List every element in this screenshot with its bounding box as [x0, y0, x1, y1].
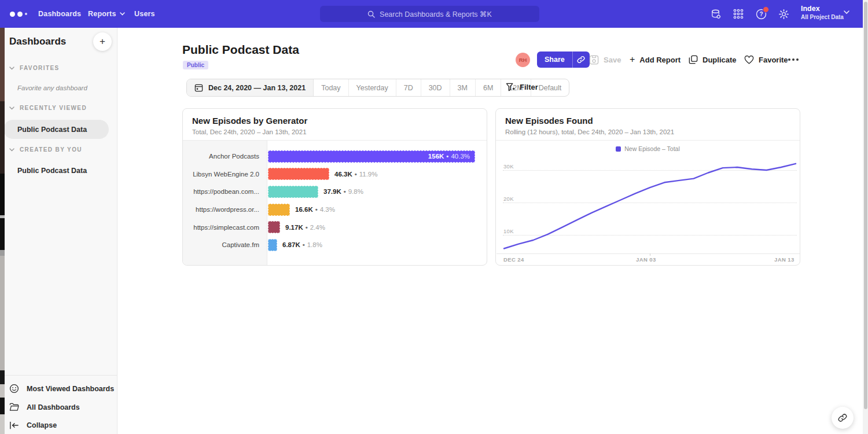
search-input[interactable]: Search Dashboards & Reports ⌘K: [320, 6, 539, 22]
nav-dashboards[interactable]: Dashboards: [38, 0, 81, 28]
project-scope: All Project Data: [801, 13, 844, 21]
x-tick-jan13: JAN 13: [774, 256, 795, 263]
bar-row: Libsyn WebEngine 2.046.3K•11.9%: [183, 165, 487, 183]
sidebar: Dashboards + FAVORITES Favorite any dash…: [5, 28, 117, 434]
bar-value-label: 16.6K•4.3%: [295, 201, 335, 219]
most-viewed-dashboards-button[interactable]: Most Viewed Dashboards: [9, 384, 114, 393]
sidebar-item-created-dashboard[interactable]: Public Podcast Data: [17, 167, 87, 175]
favorite-button[interactable]: Favorite: [744, 52, 788, 68]
project-name: Index: [801, 4, 844, 13]
plus-icon: +: [100, 36, 105, 47]
filter-label: Filter: [520, 83, 538, 91]
bar-category-label: Captivate.fm: [183, 236, 259, 254]
collapse-icon: [9, 421, 19, 429]
window-edge-artifact: [0, 28, 5, 434]
apps-grid-icon[interactable]: [732, 8, 745, 20]
search-placeholder: Search Dashboards & Reports ⌘K: [380, 10, 492, 19]
preset-3m[interactable]: 3M: [450, 79, 476, 96]
legend-label: New Episode – Total: [624, 145, 680, 152]
collapse-sidebar-button[interactable]: Collapse: [9, 421, 57, 429]
project-switcher[interactable]: Index All Project Data: [801, 4, 844, 21]
help-icon[interactable]: ?: [755, 8, 767, 20]
add-report-button[interactable]: + Add Report: [630, 52, 681, 68]
date-range-button[interactable]: Dec 24, 2020 — Jan 13, 2021: [187, 79, 314, 96]
favorites-empty-hint: Favorite any dashboard: [17, 84, 87, 91]
line-chart-subtitle: Rolling (12 hours), total, Dec 24th, 202…: [505, 128, 674, 135]
add-dashboard-button[interactable]: +: [93, 32, 112, 51]
bar-category-label: https://podbean.com...: [183, 183, 259, 201]
all-dashboards-button[interactable]: All Dashboards: [9, 403, 80, 411]
preset-7d[interactable]: 7D: [396, 79, 421, 96]
x-axis-tick: [650, 253, 650, 256]
bar-chart-card: New Episodes by Generator Total, Dec 24t…: [182, 108, 487, 266]
save-icon: [589, 55, 599, 65]
preset-6m[interactable]: 6M: [476, 79, 501, 96]
section-recently-viewed[interactable]: RECENTLY VIEWED: [9, 105, 87, 111]
chevron-down-icon: [9, 67, 14, 70]
bar-segment[interactable]: [268, 186, 318, 198]
save-label: Save: [604, 56, 621, 64]
avatar[interactable]: RH: [516, 53, 530, 67]
bar-category-label: Anchor Podcasts: [183, 148, 259, 165]
share-button[interactable]: Share: [537, 52, 590, 68]
line-series[interactable]: [503, 157, 797, 253]
more-options-button[interactable]: [788, 52, 799, 68]
share-button-label[interactable]: Share: [537, 52, 572, 68]
bar-row: https://simplecast.com9.17K•2.4%: [183, 218, 487, 236]
copy-link-floating-button[interactable]: [832, 407, 854, 429]
link-icon: [838, 413, 847, 422]
settings-gear-icon[interactable]: [777, 8, 790, 20]
x-tick-dec24: DEC 24: [503, 256, 524, 263]
chevron-down-icon: [120, 12, 125, 16]
nav-reports-label: Reports: [88, 10, 116, 18]
chevron-down-icon: [9, 106, 14, 110]
bar-value-label: 156K•40.3%: [428, 148, 470, 165]
bar-row: Anchor Podcasts156K•40.3%: [183, 148, 487, 165]
nav-dashboards-label: Dashboards: [38, 10, 81, 18]
bar-row: Captivate.fm6.87K•1.8%: [183, 236, 487, 254]
section-created-by-you[interactable]: CREATED BY YOU: [9, 146, 82, 153]
bar-value-label: 9.17K•2.4%: [285, 218, 325, 236]
bar-value-label: 46.3K•11.9%: [334, 165, 377, 183]
share-link-button[interactable]: [572, 52, 590, 68]
save-button[interactable]: Save: [589, 52, 621, 68]
smiley-icon: [9, 384, 19, 393]
nav-users-label: Users: [134, 10, 155, 18]
link-icon: [577, 56, 585, 64]
x-axis-line: [496, 253, 800, 254]
most-viewed-dashboards-label: Most Viewed Dashboards: [27, 385, 114, 393]
sidebar-item-recently-viewed-dashboard[interactable]: Public Podcast Data: [17, 126, 87, 134]
nav-users[interactable]: Users: [134, 0, 155, 28]
section-favorites[interactable]: FAVORITES: [9, 65, 60, 71]
section-favorites-label: FAVORITES: [20, 65, 60, 71]
all-dashboards-label: All Dashboards: [27, 403, 80, 411]
bar-chart-title: New Episodes by Generator: [192, 116, 307, 126]
nav-reports[interactable]: Reports: [88, 0, 125, 28]
duplicate-button[interactable]: Duplicate: [689, 52, 737, 68]
public-badge: Public: [183, 61, 208, 69]
preset-today[interactable]: Today: [314, 79, 348, 96]
scrollbar-track[interactable]: [863, 0, 868, 434]
bar-segment[interactable]: [268, 221, 280, 233]
bar-segment[interactable]: [268, 168, 329, 180]
svg-text:?: ?: [759, 11, 763, 17]
filter-button[interactable]: Filter: [506, 79, 538, 95]
bar-rows: Anchor Podcasts156K•40.3%Libsyn WebEngin…: [183, 148, 487, 254]
bar-row: https://wordpress.or...16.6K•4.3%: [183, 201, 487, 219]
line-chart-card-header: New Episodes Found Rolling (12 hours), t…: [496, 109, 800, 141]
data-source-icon[interactable]: [709, 8, 722, 20]
preset-yesterday[interactable]: Yesterday: [349, 79, 396, 96]
filter-funnel-icon: [506, 83, 515, 91]
project-chevron-down-icon[interactable]: [844, 10, 849, 14]
bar-category-label: https://wordpress.or...: [183, 201, 259, 219]
line-chart-plot: 30K 20K 10K: [503, 157, 797, 253]
app-logo[interactable]: [10, 0, 27, 28]
bar-row: https://podbean.com...37.9K•9.8%: [183, 183, 487, 201]
bar-segment[interactable]: [268, 204, 290, 216]
bar-segment[interactable]: [268, 239, 277, 251]
scrollbar-thumb[interactable]: [864, 2, 867, 409]
top-navbar: Dashboards Reports Users Search Dashboar…: [0, 0, 868, 28]
bar-category-label: Libsyn WebEngine 2.0: [183, 165, 259, 183]
preset-30d[interactable]: 30D: [421, 79, 450, 96]
bar-chart-subtitle: Total, Dec 24th, 2020 – Jan 13th, 2021: [192, 128, 307, 135]
